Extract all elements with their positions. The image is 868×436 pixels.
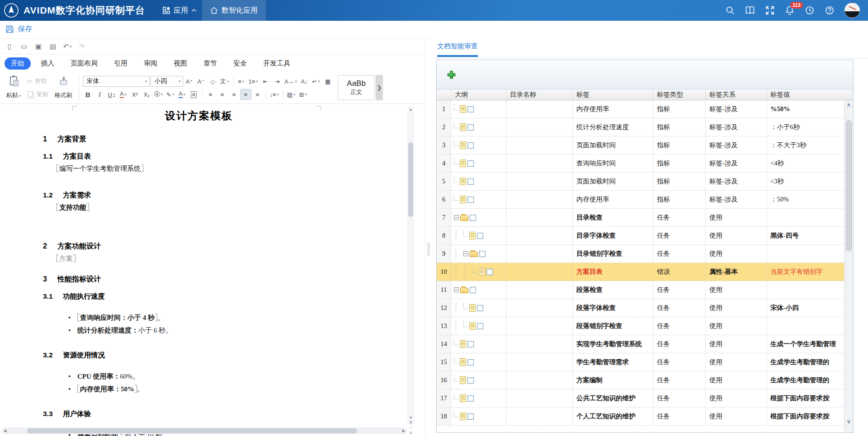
table-row[interactable]: 12段落字体检查任务使用宋体-小四 [437, 299, 853, 317]
distribute-button[interactable]: ≡ [252, 89, 263, 100]
row-checkbox[interactable] [467, 106, 474, 113]
shading-button[interactable]: ▨▾ [286, 89, 297, 100]
menu-tab-页面布局[interactable]: 页面布局 [64, 57, 104, 70]
expand-toggle[interactable] [463, 251, 468, 256]
scroll-up-arrow[interactable]: ∧ [844, 100, 853, 109]
table-vertical-scrollbar[interactable]: ∧ ∨ [844, 100, 853, 432]
justify-button[interactable]: ≡ [241, 89, 251, 100]
menu-tab-开发工具[interactable]: 开发工具 [257, 57, 297, 70]
row-checkbox[interactable] [467, 377, 474, 384]
borders-button[interactable]: ⊞▾ [297, 89, 308, 100]
select-browse-object-button[interactable]: ○ [410, 426, 412, 430]
help-icon[interactable] [825, 5, 835, 15]
scrollbar-thumb[interactable] [408, 142, 413, 217]
menu-tab-开始[interactable]: 开始 [5, 57, 31, 70]
underline-button[interactable]: U▾ [106, 89, 117, 100]
save-button[interactable]: 保存 [5, 24, 32, 34]
row-checkbox[interactable] [470, 215, 476, 221]
print-button[interactable]: ▤ [47, 41, 59, 52]
add-rule-button[interactable] [447, 70, 456, 80]
table-row[interactable]: 2统计分析处理速度指标标签-涉及：小于6秒 [437, 118, 853, 136]
row-checkbox[interactable] [467, 160, 474, 167]
tab-document-review[interactable]: 文档智能审查 [437, 42, 478, 54]
table-row[interactable]: 14实现学生考勤管理系统任务使用生成一个学生考勤管理 [437, 335, 853, 353]
table-row[interactable]: 5页面加载时间指标标签-涉及<3秒 [437, 173, 853, 191]
table-row[interactable]: 16方案编制任务使用生成学生考勤管理的 [437, 371, 853, 389]
scrollbar-thumb[interactable] [27, 428, 357, 433]
cut-button[interactable]: ✂ 剪切 [26, 76, 50, 86]
previous-page-button[interactable]: ⇈ [409, 421, 412, 425]
save-file-button[interactable]: ▣ [33, 41, 44, 52]
row-checkbox[interactable] [467, 395, 474, 402]
scroll-up-arrow[interactable]: ▲ [407, 106, 414, 113]
menu-tab-审阅[interactable]: 审阅 [137, 57, 164, 70]
character-scale-button[interactable]: A↔▾ [283, 76, 298, 87]
row-checkbox[interactable] [467, 197, 474, 203]
row-checkbox[interactable] [479, 251, 486, 257]
superscript-button[interactable]: X² [130, 89, 141, 100]
underline-color-button[interactable]: A▾ [177, 89, 188, 100]
fullscreen-icon[interactable] [765, 5, 775, 15]
menu-tab-引用[interactable]: 引用 [108, 57, 134, 70]
expand-toggle[interactable] [454, 287, 459, 292]
table-row[interactable]: 18个人工艺知识的维护任务使用根据下面内容要求按 [437, 408, 853, 426]
menu-tab-章节[interactable]: 章节 [197, 57, 223, 70]
font-family-select[interactable]: 宋体▾ [83, 76, 150, 87]
table-row[interactable]: 13段落错别字检查任务使用 [437, 317, 853, 335]
highlight-color-button[interactable]: ✎▾ [165, 89, 176, 100]
row-checkbox[interactable] [477, 233, 483, 239]
ruler-button[interactable]: ▦ [322, 76, 333, 87]
decrease-font-size-button[interactable]: A⁻ [196, 76, 207, 87]
editor-vertical-scrollbar[interactable]: ▲ [407, 106, 414, 425]
scroll-right-arrow[interactable]: ▶ [401, 427, 407, 434]
row-checkbox[interactable] [467, 359, 474, 366]
table-row[interactable]: 4查询响应时间指标标签-涉及<4秒 [437, 155, 853, 173]
table-row[interactable]: 7目录检查任务使用 [437, 209, 853, 227]
align-center-button[interactable]: ≡ [217, 89, 228, 100]
italic-button[interactable]: I [94, 89, 105, 100]
table-row[interactable]: 8目录字体检查任务使用黑体-四号 [437, 227, 853, 245]
line-spacing-button[interactable]: ↕≡▾ [269, 89, 280, 100]
open-button[interactable]: ▭ [18, 41, 30, 52]
menu-tab-插入[interactable]: 插入 [34, 57, 61, 70]
scroll-left-arrow[interactable]: ◀ [2, 427, 8, 434]
document-library-icon[interactable] [745, 5, 755, 15]
scrollbar-thumb[interactable] [846, 120, 852, 251]
sort-button[interactable]: A↓ [299, 76, 310, 87]
divider-handle[interactable] [428, 242, 429, 256]
menu-tab-视图[interactable]: 视图 [167, 57, 193, 70]
paste-button[interactable]: 粘贴▾ [5, 75, 23, 101]
bold-button[interactable]: B [83, 89, 94, 100]
undo-button[interactable]: ↶▾ [61, 41, 73, 52]
editor-horizontal-scrollbar[interactable]: ◀ ▶ [2, 427, 407, 434]
row-checkbox[interactable] [467, 124, 474, 131]
align-right-button[interactable]: ≡ [229, 89, 240, 100]
increase-font-size-button[interactable]: A⁺ [184, 76, 195, 87]
new-document-button[interactable]: ▯ [4, 41, 15, 52]
search-icon[interactable] [725, 5, 735, 15]
next-page-button[interactable]: ⇊ [409, 431, 412, 435]
scroll-down-arrow[interactable]: ∨ [844, 417, 853, 426]
document-page[interactable]: 设计方案模板 1方案背景1.1方案目表编写一个学生考勤管理系统1.2方案需求支持… [43, 104, 355, 436]
table-row[interactable]: 10方案目表错误属性-基本当前文字有错别字 [437, 263, 853, 281]
row-checkbox[interactable] [467, 178, 474, 185]
clear-formatting-button[interactable]: ◇ [208, 76, 218, 87]
align-left-button[interactable]: ≡ [205, 89, 216, 100]
row-checkbox[interactable] [477, 323, 483, 329]
menu-tab-安全[interactable]: 安全 [227, 57, 253, 70]
user-avatar[interactable] [844, 3, 860, 18]
row-checkbox[interactable] [467, 341, 474, 347]
subscript-button[interactable]: X₂ [142, 89, 152, 100]
row-checkbox[interactable] [467, 142, 474, 149]
table-row[interactable]: 3页面加载时间指标标签-涉及：不大于3秒 [437, 136, 853, 155]
font-size-select[interactable]: 小四▾ [151, 76, 183, 87]
notifications-bell-icon[interactable]: 113 [785, 5, 795, 15]
style-gallery-item[interactable]: AaBb 正文 [338, 75, 375, 100]
expand-toggle[interactable] [454, 215, 459, 220]
apps-menu-button[interactable]: 应用 [157, 0, 202, 21]
enclose-characters-button[interactable]: Ⓐ▾ [153, 89, 164, 100]
pane-divider[interactable] [425, 39, 432, 436]
font-color-button[interactable]: A▾ [118, 89, 129, 100]
table-row[interactable]: 9目录错别字检查任务使用 [437, 245, 853, 263]
row-checkbox[interactable] [486, 269, 493, 275]
